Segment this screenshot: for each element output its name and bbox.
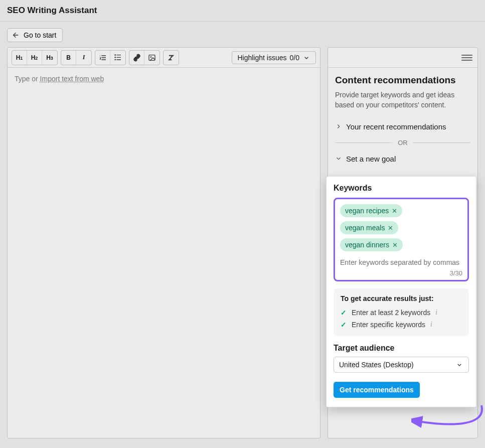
or-divider: OR [335,136,470,150]
keywords-hint-box: To get accurate results just: ✓Enter at … [334,288,469,336]
editor-body[interactable]: Type or Import text from web [8,68,320,90]
highlight-issues-count: 0/0 [290,54,299,62]
svg-point-1 [150,56,152,58]
keywords-input[interactable] [340,255,462,268]
unordered-list-button[interactable] [110,51,125,65]
get-recommendations-button[interactable]: Get recommendations [334,382,420,398]
hint-row: ✓Enter specific keywords i [341,319,462,331]
ordered-list-button[interactable] [95,51,110,65]
or-label: OR [398,139,408,146]
keyword-chip[interactable]: vegan meals✕ [340,221,398,234]
heading-3-button[interactable]: H3 [42,51,57,65]
side-description: Provide target keywords and get ideas ba… [335,90,470,110]
check-icon: ✓ [341,321,347,329]
clear-formatting-icon [167,54,175,62]
target-audience-select[interactable]: United States (Desktop) [334,357,469,373]
heading-2-button[interactable]: H2 [27,51,42,65]
chevron-right-icon [335,123,342,130]
app-header: SEO Writing Assistant [0,0,485,22]
remove-chip-icon[interactable]: ✕ [392,242,398,248]
highlight-issues-label: Highlight issues [237,54,286,62]
hint-text: Enter specific keywords [352,321,425,329]
chevron-down-icon [455,361,463,369]
chevron-down-icon [302,54,310,62]
chevron-down-icon [335,155,342,162]
editor-placeholder-prefix: Type or [15,75,40,83]
remove-chip-icon[interactable]: ✕ [388,225,393,231]
keywords-count: 3/30 [340,268,462,277]
bold-button[interactable]: B [61,51,76,65]
keyword-chip-label: vegan recipes [345,207,389,215]
set-new-goal-toggle[interactable]: Set a new goal [335,150,470,168]
italic-button[interactable]: I [76,51,91,65]
keyword-chip-label: vegan meals [345,224,385,232]
ordered-list-icon [99,54,107,62]
hint-row: ✓Enter at least 2 keywords i [341,307,462,319]
hint-text: Enter at least 2 keywords [352,309,430,317]
app-title: SEO Writing Assistant [7,6,97,16]
keyword-chip[interactable]: vegan recipes✕ [340,204,402,217]
side-title: Content recommendations [335,75,470,86]
target-audience-label: Target audience [334,344,469,353]
hint-title: To get accurate results just: [341,294,462,303]
svg-rect-0 [149,55,155,60]
info-icon[interactable]: i [430,321,432,329]
unordered-list-icon [114,54,122,62]
go-to-start-label: Go to start [24,31,56,39]
keyword-chip-label: vegan dinners [345,241,389,249]
info-icon[interactable]: i [435,309,437,317]
keywords-heading: Keywords [334,184,469,193]
import-text-link[interactable]: Import text from web [40,75,104,83]
recent-recommendations-toggle[interactable]: Your recent recommendations [335,117,470,136]
target-audience-value: United States (Desktop) [339,361,414,369]
panel-menu-button[interactable] [461,53,472,62]
editor-toolbar: H1 H2 H3 B I [8,48,320,68]
check-icon: ✓ [341,309,347,317]
heading-1-button[interactable]: H1 [12,51,27,65]
keyword-chip[interactable]: vegan dinners✕ [340,238,403,251]
link-button[interactable] [129,51,144,65]
link-icon [133,54,141,62]
image-icon [148,54,156,62]
go-to-start-button[interactable]: Go to start [7,28,63,42]
image-button[interactable] [144,51,159,65]
editor-pane: H1 H2 H3 B I [7,47,320,438]
keywords-popover: Keywords vegan recipes✕vegan meals✕vegan… [326,176,476,407]
clear-formatting-button[interactable] [164,51,179,65]
recent-recommendations-label: Your recent recommendations [346,122,446,131]
arrow-left-icon [12,31,20,39]
keywords-input-box[interactable]: vegan recipes✕vegan meals✕vegan dinners✕… [334,198,469,281]
set-new-goal-label: Set a new goal [346,155,396,163]
remove-chip-icon[interactable]: ✕ [392,208,397,214]
highlight-issues-dropdown[interactable]: Highlight issues 0/0 [232,51,316,64]
